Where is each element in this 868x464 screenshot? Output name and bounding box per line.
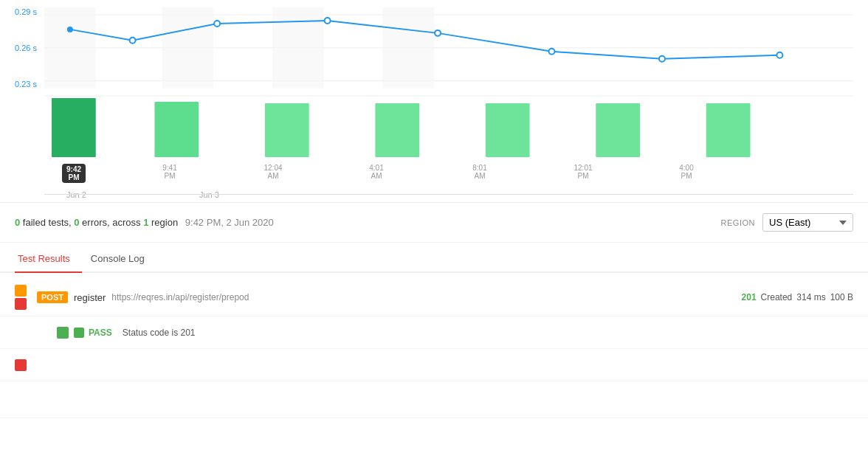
svg-point-10 xyxy=(325,18,331,24)
time-1-period: PM xyxy=(165,172,176,180)
svg-point-12 xyxy=(549,49,555,55)
y-axis-labels: 0.29 s 0.26 s 0.23 s xyxy=(15,7,37,89)
status-text: Created xyxy=(761,292,793,302)
result-duration: 314 ms xyxy=(796,292,825,302)
pass-result-row: PASS Status code is 201 xyxy=(0,316,868,349)
pass-label: PASS xyxy=(89,328,112,338)
time-4-period: AM xyxy=(475,172,486,180)
summary-timestamp: 9:42 PM, 2 Jun 2020 xyxy=(185,217,274,228)
pass-badge: PASS Status code is 201 xyxy=(74,328,196,338)
time-1-time: 9:41 xyxy=(162,164,176,172)
time-6-period: PM xyxy=(681,172,692,180)
svg-point-14 xyxy=(776,52,782,58)
svg-rect-4 xyxy=(162,7,213,89)
tabs-row: Test Results Console Log xyxy=(0,246,868,273)
bar-chart-area xyxy=(44,94,853,161)
result-meta: 201 Created 314 ms 100 B xyxy=(742,292,853,302)
empty-row xyxy=(0,381,868,418)
pass-sq-icon xyxy=(74,328,84,338)
time-6-time: 4:00 xyxy=(679,164,693,172)
time-5-period: PM xyxy=(578,172,589,180)
tab-console-log[interactable]: Console Log xyxy=(88,246,156,271)
pass-description: Status code is 201 xyxy=(123,328,196,338)
y-label-mid: 0.26 s xyxy=(15,44,37,52)
regions-count: 1 xyxy=(143,217,148,228)
time-2-time: 12:04 xyxy=(264,164,282,172)
y-label-top: 0.29 s xyxy=(15,7,37,16)
svg-point-7 xyxy=(67,27,73,32)
red-icons-col xyxy=(15,359,27,371)
region-label: REGION xyxy=(721,218,755,227)
date-jun3: Jun 3 xyxy=(199,190,219,199)
result-size: 100 B xyxy=(830,292,853,302)
date-jun2: Jun 2 xyxy=(66,190,86,199)
method-badge: POST xyxy=(37,291,68,303)
region-selector: REGION US (East) US (West) EU (West) AP … xyxy=(721,213,853,232)
time-0-period: PM xyxy=(68,173,79,181)
pass-green-icon xyxy=(57,327,69,339)
time-label-3: 4:01 AM xyxy=(347,164,406,183)
svg-rect-18 xyxy=(375,103,419,157)
main-container: 0.29 s 0.26 s 0.23 s xyxy=(0,0,868,424)
time-4-time: 8:01 xyxy=(472,164,486,172)
pass-icon-col xyxy=(52,327,74,339)
time-label-2: 12:04 AM xyxy=(244,164,303,183)
svg-rect-5 xyxy=(272,7,324,89)
svg-rect-20 xyxy=(596,103,640,157)
line-chart-area: 0.29 s 0.26 s 0.23 s xyxy=(15,7,853,89)
tab-test-results[interactable]: Test Results xyxy=(15,246,82,273)
status-icons-col xyxy=(15,285,27,310)
svg-rect-19 xyxy=(486,103,530,157)
svg-rect-3 xyxy=(44,7,96,89)
time-label-1: 9:41 PM xyxy=(140,164,199,183)
time-3-time: 4:01 xyxy=(369,164,383,172)
svg-point-9 xyxy=(214,21,220,27)
svg-point-11 xyxy=(435,30,441,36)
svg-point-8 xyxy=(130,38,136,44)
failed-tests-count: 0 xyxy=(15,217,20,228)
svg-rect-15 xyxy=(52,98,96,157)
y-label-bot: 0.23 s xyxy=(15,80,37,89)
svg-rect-17 xyxy=(265,103,309,157)
summary-text-part1: failed tests, xyxy=(23,217,74,228)
time-3-period: AM xyxy=(371,172,382,180)
time-2-period: AM xyxy=(268,172,279,180)
endpoint-url: https://reqres.in/api/register/prepod xyxy=(111,292,249,302)
time-label-6: 4:00 PM xyxy=(657,164,716,183)
time-label-5: 12:01 PM xyxy=(554,164,613,183)
line-chart-svg xyxy=(44,7,853,89)
summary-text-part3: region xyxy=(151,217,178,228)
status-code: 201 xyxy=(742,292,757,302)
time-5-time: 12:01 xyxy=(574,164,592,172)
svg-rect-16 xyxy=(154,102,199,157)
bar-chart-svg xyxy=(44,94,853,161)
summary-row: 0 failed tests, 0 errors, across 1 regio… xyxy=(0,203,868,243)
time-0-time: 9:42 xyxy=(66,165,81,173)
red-icon-row xyxy=(0,349,868,381)
svg-rect-21 xyxy=(706,103,751,157)
svg-rect-6 xyxy=(382,7,434,89)
time-labels-row: 9:42 PM 9:41 PM 12:04 AM 4:01 AM 8:01 AM xyxy=(44,164,853,186)
status-icon-orange xyxy=(15,285,27,297)
chart-section: 0.29 s 0.26 s 0.23 s xyxy=(0,0,868,203)
summary-text-part2: errors, across xyxy=(82,217,143,228)
svg-point-13 xyxy=(659,56,665,62)
endpoint-name: register xyxy=(74,292,106,303)
time-label-4: 8:01 AM xyxy=(450,164,509,183)
region-dropdown[interactable]: US (East) US (West) EU (West) AP (Southe… xyxy=(762,213,853,232)
red-icon xyxy=(15,359,27,371)
status-icon-red xyxy=(15,298,27,310)
test-result-row: POST register https://reqres.in/api/regi… xyxy=(0,279,868,316)
errors-count: 0 xyxy=(74,217,79,228)
summary-text: 0 failed tests, 0 errors, across 1 regio… xyxy=(15,217,274,228)
results-area: POST register https://reqres.in/api/regi… xyxy=(0,273,868,424)
time-label-0: 9:42 PM xyxy=(44,164,103,183)
